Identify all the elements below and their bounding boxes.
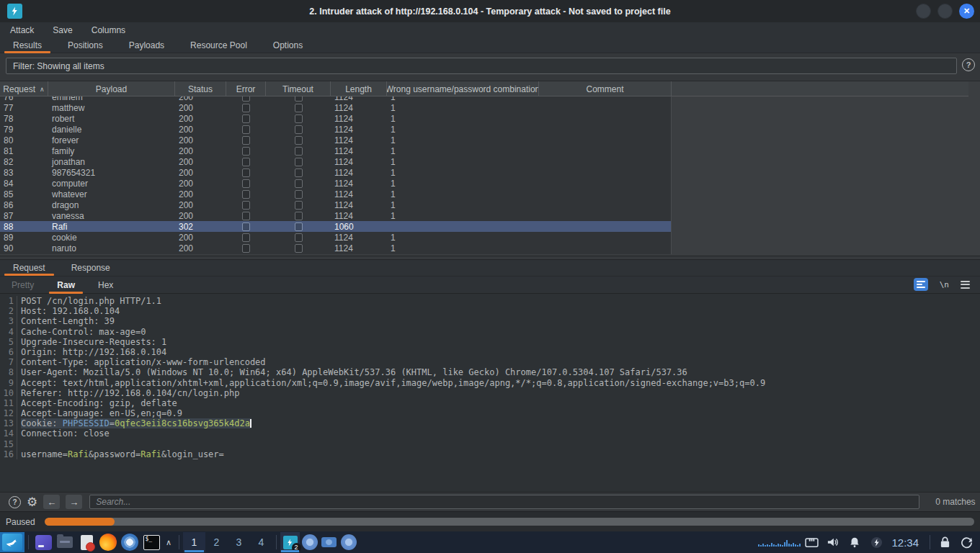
- timeout-checkbox[interactable]: [295, 190, 303, 199]
- error-checkbox[interactable]: [242, 158, 250, 166]
- lock-icon[interactable]: [934, 532, 956, 552]
- column-header-error[interactable]: Error: [226, 81, 266, 96]
- search-next-button[interactable]: →: [66, 495, 82, 509]
- network-icon[interactable]: [801, 532, 822, 552]
- error-checkbox[interactable]: [242, 114, 250, 123]
- search-prev-button[interactable]: ←: [43, 495, 60, 509]
- show-newlines-icon[interactable]: \n: [940, 280, 949, 289]
- tab-positions[interactable]: Positions: [55, 37, 116, 53]
- table-row[interactable]: 79danielle20011241: [0, 124, 671, 135]
- column-header-length[interactable]: Length: [331, 81, 387, 96]
- editor-menu-icon[interactable]: [961, 281, 970, 289]
- filter-input[interactable]: Filter: Showing all items: [6, 58, 957, 74]
- menu-attack[interactable]: Attack: [10, 25, 34, 35]
- table-row[interactable]: 80forever20011241: [0, 135, 671, 145]
- results-table-body[interactable]: 76eminem2001124177matthew2001124178rober…: [0, 96, 672, 254]
- workspace-1-button[interactable]: 1: [183, 532, 205, 552]
- table-row[interactable]: 78robert20011241: [0, 113, 671, 124]
- kali-menu-button[interactable]: [0, 532, 24, 552]
- word-wrap-icon[interactable]: [914, 278, 928, 291]
- logout-icon[interactable]: [956, 532, 977, 552]
- column-header-wrong-combination[interactable]: Wrong username/password combination: [387, 81, 539, 96]
- app-window-button[interactable]: [339, 532, 358, 552]
- table-row[interactable]: 77matthew20011241: [0, 102, 671, 113]
- error-checkbox[interactable]: [242, 136, 250, 145]
- table-row[interactable]: 84computer20011241: [0, 178, 671, 189]
- tab-request[interactable]: Request: [0, 260, 58, 276]
- timeout-checkbox[interactable]: [295, 233, 303, 242]
- text-editor-icon[interactable]: [76, 532, 97, 552]
- timeout-checkbox[interactable]: [295, 136, 303, 145]
- error-checkbox[interactable]: [242, 233, 250, 242]
- error-checkbox[interactable]: [242, 190, 250, 199]
- error-checkbox[interactable]: [242, 201, 250, 210]
- firefox-icon[interactable]: [97, 532, 119, 552]
- table-scrollbar[interactable]: [973, 96, 978, 254]
- title-bar[interactable]: 2. Intruder attack of http://192.168.0.1…: [0, 0, 980, 22]
- timeout-checkbox[interactable]: [295, 201, 303, 210]
- screenshot-tool-button[interactable]: [319, 532, 339, 552]
- search-settings-gear-icon[interactable]: ⚙: [27, 496, 37, 508]
- chromium-icon[interactable]: [119, 532, 141, 552]
- power-manager-icon[interactable]: [865, 532, 887, 552]
- app-window-button[interactable]: [300, 532, 319, 552]
- tab-payloads[interactable]: Payloads: [116, 37, 177, 53]
- tab-options[interactable]: Options: [260, 37, 316, 53]
- search-help-icon[interactable]: ?: [9, 496, 21, 508]
- error-checkbox[interactable]: [242, 222, 250, 231]
- error-checkbox[interactable]: [242, 168, 250, 177]
- error-checkbox[interactable]: [242, 125, 250, 134]
- menu-columns[interactable]: Columns: [92, 25, 125, 35]
- timeout-checkbox[interactable]: [295, 125, 303, 134]
- column-header-timeout[interactable]: Timeout: [266, 81, 331, 96]
- timeout-checkbox[interactable]: [295, 168, 303, 177]
- table-row[interactable]: 81family20011241: [0, 145, 671, 156]
- column-header-request[interactable]: Request∧: [0, 81, 48, 96]
- timeout-checkbox[interactable]: [295, 244, 303, 253]
- table-row[interactable]: 86dragon20011241: [0, 199, 671, 210]
- tab-response[interactable]: Response: [58, 260, 123, 276]
- workspace-3-button[interactable]: 3: [228, 532, 250, 552]
- timeout-checkbox[interactable]: [295, 104, 303, 112]
- dock-app-icon[interactable]: [32, 532, 54, 552]
- table-row[interactable]: 89cookie20011241: [0, 232, 671, 243]
- file-manager-icon[interactable]: [54, 532, 76, 552]
- tab-hex[interactable]: Hex: [86, 276, 125, 294]
- burp-window-button[interactable]: 2: [280, 532, 300, 552]
- workspace-2-button[interactable]: 2: [205, 532, 228, 552]
- column-header-comment[interactable]: Comment: [539, 81, 672, 96]
- timeout-checkbox[interactable]: [295, 179, 303, 188]
- error-checkbox[interactable]: [242, 147, 250, 156]
- workspace-4-button[interactable]: 4: [250, 532, 272, 552]
- error-checkbox[interactable]: [242, 179, 250, 188]
- search-input[interactable]: [89, 495, 919, 509]
- minimize-button[interactable]: [916, 4, 931, 19]
- timeout-checkbox[interactable]: [295, 212, 303, 220]
- timeout-checkbox[interactable]: [295, 222, 303, 231]
- tab-results[interactable]: Results: [0, 37, 55, 53]
- error-checkbox[interactable]: [242, 244, 250, 253]
- timeout-checkbox[interactable]: [295, 96, 303, 102]
- request-editor[interactable]: 1POST /cn/login.php HTTP/1.12Host: 192.1…: [0, 294, 980, 492]
- table-row[interactable]: 88Rafi3021060: [0, 221, 671, 232]
- timeout-checkbox[interactable]: [295, 114, 303, 123]
- column-header-status[interactable]: Status: [175, 81, 226, 96]
- menu-save[interactable]: Save: [53, 25, 72, 35]
- tab-pretty[interactable]: Pretty: [0, 276, 45, 294]
- clock[interactable]: 12:34: [891, 536, 919, 549]
- table-row[interactable]: 82jonathan20011241: [0, 156, 671, 167]
- chevron-up-icon[interactable]: ∧: [162, 532, 175, 552]
- table-row[interactable]: 90naruto20011241: [0, 243, 671, 253]
- error-checkbox[interactable]: [242, 96, 250, 102]
- table-row[interactable]: 8398765432120011241: [0, 167, 671, 178]
- error-checkbox[interactable]: [242, 104, 250, 112]
- table-row[interactable]: 85whatever20011241: [0, 189, 671, 199]
- close-button[interactable]: ✕: [959, 4, 974, 19]
- terminal-icon[interactable]: $_: [141, 532, 162, 552]
- column-header-payload[interactable]: Payload: [48, 81, 175, 96]
- help-icon[interactable]: ?: [962, 58, 975, 71]
- timeout-checkbox[interactable]: [295, 158, 303, 166]
- tab-resource-pool[interactable]: Resource Pool: [177, 37, 260, 53]
- table-row[interactable]: 87vanessa20011241: [0, 210, 671, 221]
- timeout-checkbox[interactable]: [295, 147, 303, 156]
